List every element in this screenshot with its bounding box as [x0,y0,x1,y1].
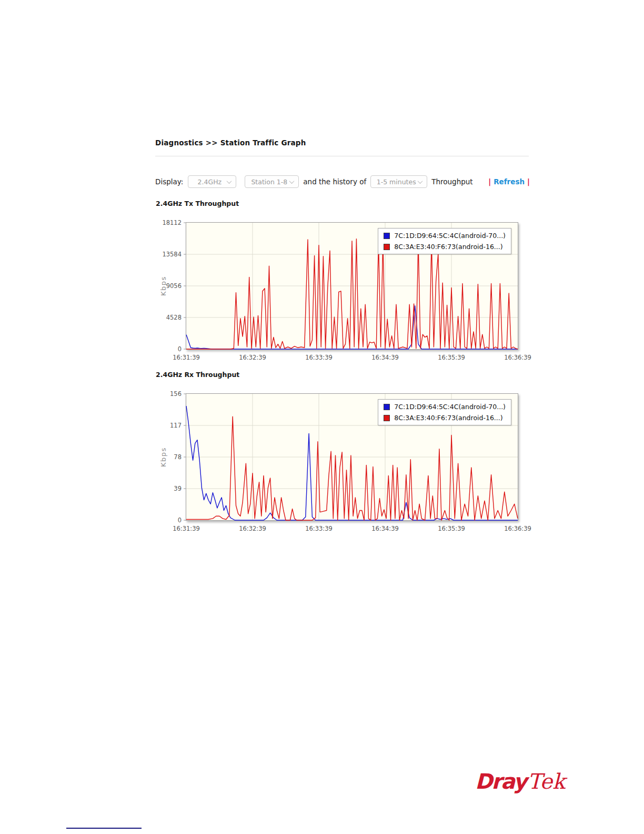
x-tick-label: 16:33:39 [305,354,333,361]
legend-entry: 7C:1D:D9:64:5C:4C(android-70...) [384,403,506,411]
title-divider [155,156,529,156]
y-axis-title: Kbps [159,276,167,296]
x-tick-label: 16:35:39 [438,525,465,532]
y-axis-title: Kbps [159,447,167,467]
page-title: Diagnostics >> Station Traffic Graph [155,138,306,147]
chart-legend: 7C:1D:D9:64:5C:4C(android-70...)8C:3A:E3… [378,399,511,425]
x-tick-label: 16:36:39 [504,525,531,532]
x-tick-label: 16:31:39 [173,354,200,361]
chevron-down-icon [227,178,232,184]
band-select[interactable]: 2.4GHz [188,175,236,188]
history-select-value: 1-5 minutes [371,178,418,186]
y-tick-label: 117 [170,422,182,429]
legend-label: 7C:1D:D9:64:5C:4C(android-70...) [394,403,506,411]
x-tick-label: 16:35:39 [438,354,465,361]
y-tick-label: 13584 [162,251,182,258]
legend-swatch-icon [384,244,390,250]
legend-swatch-icon [384,404,390,410]
y-tick-label: 0 [178,345,182,353]
y-tick-label: 78 [174,453,182,461]
display-label: Display: [155,177,183,186]
x-tick-label: 16:31:39 [173,525,200,532]
y-tick-label: 39 [174,485,182,492]
legend-label: 8C:3A:E3:40:F6:73(android-16...) [394,243,502,251]
logo-dray-text: Dray [475,769,526,793]
x-tick-label: 16:32:39 [239,525,266,532]
legend-label: 8C:3A:E3:40:F6:73(android-16...) [394,414,502,422]
legend-entry: 8C:3A:E3:40:F6:73(android-16...) [384,243,506,251]
legend-label: 7C:1D:D9:64:5C:4C(android-70...) [394,232,506,240]
legend-swatch-icon [384,415,390,421]
x-tick-label: 16:32:39 [239,354,266,361]
x-tick-label: 16:34:39 [371,354,399,361]
y-tick-label: 9056 [166,282,182,290]
y-tick-label: 156 [170,390,182,398]
controls-bar: Display: 2.4GHz Station 1-8 and the hist… [155,174,530,189]
station-select-value: Station 1-8 [245,178,290,186]
legend-entry: 7C:1D:D9:64:5C:4C(android-70...) [384,232,506,240]
refresh-link[interactable]: Refresh [494,177,525,186]
pipe-right: | [527,177,530,186]
legend-entry: 8C:3A:E3:40:F6:73(android-16...) [384,414,506,422]
logo-tek-text: Tek [528,769,565,793]
tx-throughput-chart: 045289056135841811216:31:3916:32:3916:33… [186,222,518,350]
x-tick-label: 16:36:39 [504,354,531,361]
x-tick-label: 16:34:39 [371,525,399,532]
y-tick-label: 0 [178,517,182,524]
legend-swatch-icon [384,233,390,239]
chart-legend: 7C:1D:D9:64:5C:4C(android-70...)8C:3A:E3… [378,228,511,254]
band-select-value: 2.4GHz [188,178,227,186]
refresh-area: |Refresh| [488,177,530,186]
footer-blue-line [66,828,142,829]
pipe-left: | [488,177,491,186]
history-label: and the history of [303,177,366,186]
throughput-label: Throughput [431,177,472,186]
chevron-down-icon [418,178,423,184]
x-tick-label: 16:33:39 [305,525,333,532]
rx-throughput-chart: 0397811715616:31:3916:32:3916:33:3916:34… [186,393,518,521]
chevron-down-icon [289,178,295,184]
tx-chart-heading: 2.4GHz Tx Throughput [156,200,239,207]
rx-chart-heading: 2.4GHz Rx Throughput [156,371,239,379]
history-select[interactable]: 1-5 minutes [370,175,427,188]
y-tick-label: 4528 [166,314,182,321]
draytek-logo: DrayTek [475,769,565,794]
y-tick-label: 18112 [162,219,182,226]
station-select[interactable]: Station 1-8 [245,175,299,188]
